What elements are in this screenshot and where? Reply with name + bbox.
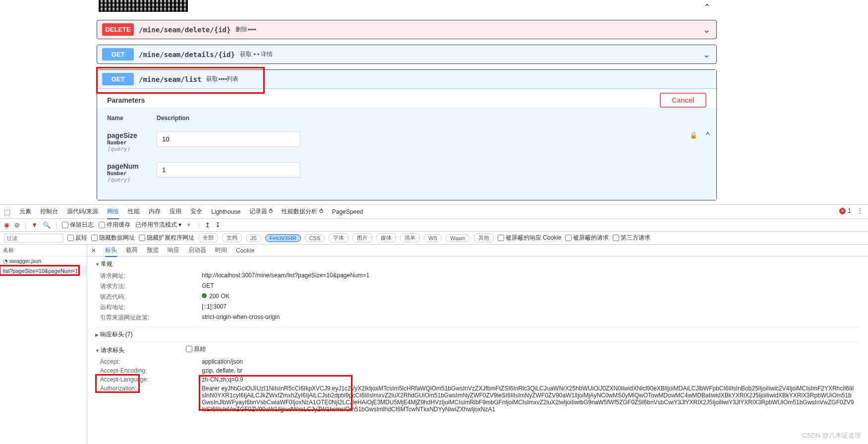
type-media[interactable]: 媒体 (376, 233, 396, 243)
request-item-swagger[interactable]: ◔ swagger.json (0, 256, 87, 266)
inspect-icon[interactable]: ⬚ (4, 208, 10, 216)
v-accept-language: zh-CN,zh;q=0.9 (202, 376, 855, 383)
tab-sources[interactable]: 源代码/来源 (67, 207, 98, 216)
chevron-down-icon[interactable]: ⌄ (703, 49, 710, 60)
endpoint-desc: 删除▪▪▪▪ (235, 25, 256, 34)
wifi-icon[interactable]: ᯤ (186, 221, 193, 229)
section-response-headers[interactable]: 响应标头 (7) (95, 327, 860, 341)
tab-cookies[interactable]: Cookie (236, 247, 254, 254)
parameters-table: Name Description pageSize Number (query)… (97, 108, 716, 200)
v-status: 200 OK (202, 293, 855, 301)
tab-payload[interactable]: 载荷 (126, 246, 138, 254)
type-js[interactable]: JS (246, 234, 261, 242)
chevron-up-icon[interactable]: ⌃ (703, 2, 711, 13)
raw-checkbox[interactable]: 原始 (186, 345, 206, 353)
upload-icon[interactable]: ↥ (205, 221, 210, 229)
tab-console[interactable]: 控制台 (40, 207, 58, 216)
th-name: Name (107, 115, 157, 122)
type-other[interactable]: 其他 (474, 233, 494, 243)
method-badge-delete: DELETE (102, 23, 134, 36)
request-list: 名称 ◔ swagger.json list?pageSize=10&pageN… (0, 245, 87, 444)
tab-network[interactable]: 网络 (107, 207, 119, 219)
throttle-select[interactable]: 已停用节流模式 ▾ (135, 221, 181, 229)
search-icon[interactable]: 🔍 (43, 221, 51, 229)
param-location: (query) (107, 146, 157, 152)
endpoint-path: /mine/seam/delete/{id} (139, 26, 231, 34)
tab-perf-insights[interactable]: 性能数据分析 ⥀ (282, 207, 323, 216)
endpoint-delete[interactable]: DELETE /mine/seam/delete/{id} 删除▪▪▪▪ ⌄ (97, 20, 717, 39)
type-img[interactable]: 图片 (352, 233, 372, 243)
endpoint-desc: 获取 ▪ ▪ 详情 (240, 50, 273, 59)
chevron-down-icon[interactable]: ⌄ (703, 24, 710, 35)
cancel-button[interactable]: Cancel (660, 93, 706, 108)
type-doc[interactable]: 文档 (222, 233, 242, 243)
endpoint-get-details[interactable]: GET /mine/seam/details/{id} 获取 ▪ ▪ 详情 ⌄ (97, 45, 717, 64)
error-count-badge[interactable]: ✕1⋮ (839, 207, 863, 214)
tab-timing[interactable]: 时间 (215, 246, 227, 254)
swagger-panel: ⌃ DELETE /mine/seam/delete/{id} 删除▪▪▪▪ ⌄… (97, 0, 717, 206)
invert-checkbox[interactable]: 反转 (67, 234, 87, 242)
type-fetch[interactable]: Fetch/XHR (265, 234, 301, 242)
k-status: 状态代码: (100, 293, 202, 301)
parameters-header: Parameters Cancel (97, 88, 716, 108)
type-ws[interactable]: WS (424, 234, 442, 242)
section-header[interactable]: ⌃ (97, 0, 717, 15)
third-party-checkbox[interactable]: 第三方请求 (613, 234, 650, 242)
param-input-pagesize[interactable] (157, 131, 300, 147)
k-accept: Accept: (100, 358, 202, 365)
network-filter-bar: 反转 隐藏数据网址 隐藏扩展程序网址 全部 文档 JS Fetch/XHR CS… (0, 232, 868, 245)
hide-ext-checkbox[interactable]: 隐藏扩展程序网址 (139, 234, 194, 242)
blocked-cookies-checkbox[interactable]: 被屏蔽的响应 Cookie (498, 234, 562, 242)
k-authorization: Authorization: (100, 385, 202, 413)
section-general[interactable]: 常规 (95, 257, 860, 271)
request-item-list[interactable]: list?pageSize=10&pageNum=1 (0, 266, 87, 276)
section-request-headers[interactable]: 请求标头 原始 (95, 341, 860, 357)
v-authorization: Bearer eyJhbGciOiJIUzI1NiIsInR5cCI6IkpXV… (202, 385, 855, 413)
hide-data-checkbox[interactable]: 隐藏数据网址 (91, 234, 135, 242)
method-badge-get: GET (102, 48, 134, 61)
v-url: http://localhost:3007/mine/seam/list?pag… (202, 272, 855, 280)
lock-icon[interactable]: 🔒 (690, 131, 697, 139)
k-method: 请求方法: (100, 282, 202, 291)
tab-performance[interactable]: 性能 (128, 207, 140, 216)
network-toolbar: ◉ ⊘ | ▼ 🔍 | 保留日志 停用缓存 已停用节流模式 ▾ ᯤ | ↥ ↧ (0, 219, 868, 232)
endpoint-row[interactable]: GET /mine/seam/list 获取▪▪▪▪列表 🔒 ⌃ (97, 70, 716, 88)
close-detail-icon[interactable]: ✕ (91, 247, 96, 254)
tab-memory[interactable]: 内存 (149, 207, 161, 216)
param-row-pagesize: pageSize Number (query) (107, 131, 706, 152)
chevron-up-icon[interactable]: ⌃ (705, 130, 710, 140)
tab-headers[interactable]: 标头 (105, 246, 117, 257)
tab-application[interactable]: 应用 (170, 207, 181, 216)
preserve-log-checkbox[interactable]: 保留日志 (62, 221, 94, 229)
tab-pagespeed[interactable]: PageSpeed (332, 208, 363, 215)
endpoint-path: /mine/seam/details/{id} (139, 51, 235, 59)
v-remote: [::1]:3007 (202, 303, 855, 312)
tab-response[interactable]: 响应 (168, 246, 179, 254)
tab-recorder[interactable]: 记录器 ⥀ (249, 207, 273, 216)
filter-input[interactable] (4, 234, 63, 243)
param-input-pagenum[interactable] (157, 162, 300, 178)
section-title-pixelated (99, 0, 188, 12)
tab-preview[interactable]: 预览 (147, 246, 159, 254)
filter-icon[interactable]: ▼ (31, 221, 38, 229)
blocked-req-checkbox[interactable]: 被屏蔽的请求 (565, 234, 609, 242)
tab-security[interactable]: 安全 (190, 207, 202, 216)
v-accept: application/json (202, 358, 855, 365)
tab-initiator[interactable]: 启动器 (188, 246, 206, 254)
column-name[interactable]: 名称 (0, 245, 87, 256)
type-font[interactable]: 字体 (329, 233, 348, 243)
parameters-title: Parameters (107, 96, 145, 104)
endpoint-desc: 获取▪▪▪▪列表 (206, 75, 238, 83)
record-icon[interactable]: ◉ (4, 221, 9, 229)
clear-icon[interactable]: ⊘ (14, 221, 20, 229)
download-icon[interactable]: ↧ (215, 221, 221, 229)
type-wasm[interactable]: Wasm (446, 234, 470, 242)
type-css[interactable]: CSS (305, 234, 325, 242)
tab-elements[interactable]: 元素 (19, 207, 31, 216)
disable-cache-checkbox[interactable]: 停用缓存 (99, 221, 130, 229)
type-manifest[interactable]: 清单 (400, 233, 420, 243)
tab-lighthouse[interactable]: Lighthouse (211, 208, 240, 215)
devtools-tabs: ⬚ 元素 控制台 源代码/来源 网络 性能 内存 应用 安全 Lighthous… (0, 205, 868, 219)
type-all[interactable]: 全部 (198, 233, 218, 243)
v-referrer: strict-origin-when-cross-origin (202, 314, 855, 322)
